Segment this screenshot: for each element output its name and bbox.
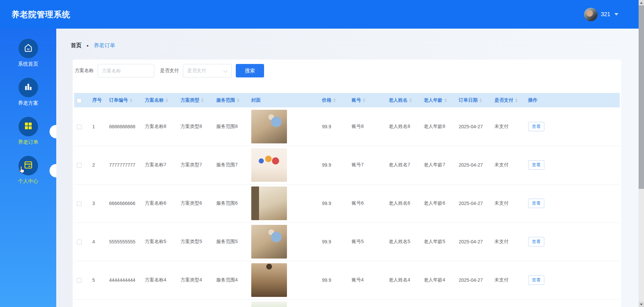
scrollbar-down-button[interactable]	[639, 302, 644, 307]
cell-price: 99.9	[319, 107, 349, 146]
table-row: 27777777777方案名称7方案类型7服务范围799.9账号7老人姓名7老人…	[74, 146, 620, 184]
cell-order_no: 8888888888	[106, 107, 142, 146]
avatar[interactable]	[584, 8, 598, 21]
chevron-down-icon[interactable]	[614, 13, 618, 15]
scrollbar-thumb[interactable]	[639, 5, 644, 189]
sort-carets-icon[interactable]	[333, 98, 336, 102]
column-header-elder_age[interactable]: 老人年龄	[421, 93, 456, 107]
cell-order_date: 2025-04-27	[456, 146, 492, 184]
table-row: 18888888888方案名称8方案类型8服务范围899.9账号8老人姓名8老人…	[74, 107, 620, 146]
cell-account: 账号5	[349, 223, 386, 261]
user-menu[interactable]: 321	[584, 0, 618, 29]
cell-index: 4	[90, 223, 106, 261]
sidebar: 系统首页 养老方案	[0, 29, 56, 307]
breadcrumb-current[interactable]: 养老订单	[94, 42, 115, 49]
cover-image	[251, 110, 287, 143]
cell-cover	[249, 184, 319, 223]
cell-account: 账号8	[349, 107, 386, 146]
column-header-pay_status[interactable]: 是否支付	[492, 93, 525, 107]
column-header-order_date[interactable]: 订单日期	[456, 93, 492, 107]
column-header-price[interactable]: 价格	[319, 93, 349, 107]
sort-carets-icon[interactable]	[130, 98, 132, 102]
view-button[interactable]: 查看	[528, 122, 544, 131]
view-button[interactable]: 查看	[528, 199, 544, 208]
cell-price: 99.9	[319, 146, 349, 184]
cell-cover	[249, 261, 319, 299]
column-header-account[interactable]: 账号	[349, 93, 386, 107]
pay-status-label: 是否支付	[160, 68, 179, 74]
cell-checkbox	[74, 261, 90, 299]
cell-price: 99.9	[319, 223, 349, 261]
cell-index	[90, 299, 106, 307]
cover-image	[251, 263, 287, 297]
sidebar-item-plans[interactable]: 养老方案	[0, 78, 56, 117]
main-content: 首页 ● 养老订单 方案名称 是否支付 是否支付 搜索	[56, 29, 639, 307]
sort-carets-icon[interactable]	[237, 98, 239, 102]
view-button[interactable]: 查看	[528, 237, 544, 246]
cell-elder_age: 老人年龄7	[421, 146, 456, 184]
cell-order_date: 2025-04-27	[456, 261, 492, 299]
sidebar-item-profile[interactable]: 个人中心	[0, 156, 56, 195]
row-checkbox[interactable]	[77, 240, 82, 244]
plan-name-input[interactable]	[98, 64, 154, 77]
scrollbar-up-button[interactable]	[639, 0, 644, 5]
cell-elder_age: 老人年龄6	[421, 184, 456, 223]
table-row-partial	[74, 299, 620, 307]
cell-pay_status: 未支付	[492, 107, 525, 146]
cell-action: 查看	[525, 146, 620, 184]
cell-service_scope: 服务范围8	[214, 107, 249, 146]
cell-price: 99.9	[319, 261, 349, 299]
cell-order_no	[106, 299, 142, 307]
cell-elder_name: 老人姓名5	[386, 223, 421, 261]
window-scrollbar[interactable]	[639, 0, 644, 307]
sort-carets-icon[interactable]	[444, 98, 447, 102]
row-checkbox[interactable]	[77, 278, 82, 283]
select-all-checkbox[interactable]	[77, 98, 82, 103]
cell-elder_name: 老人姓名6	[386, 184, 421, 223]
sort-carets-icon[interactable]	[363, 98, 365, 102]
cell-elder_age: 老人年龄5	[421, 223, 456, 261]
column-header-index: 序号	[90, 93, 106, 107]
sidebar-item-home[interactable]: 系统首页	[0, 39, 56, 78]
column-header-order_no[interactable]: 订单编号	[106, 93, 142, 107]
pay-status-select[interactable]: 是否支付	[183, 64, 232, 77]
cell-pay_status: 未支付	[492, 184, 525, 223]
column-header-service_scope[interactable]: 服务范围	[214, 93, 249, 107]
cell-cover	[249, 299, 319, 307]
cell-elder_age	[421, 299, 456, 307]
breadcrumb-home[interactable]: 首页	[71, 42, 82, 49]
triangle-up-icon	[640, 2, 643, 4]
row-checkbox[interactable]	[77, 201, 82, 206]
cell-order_no: 7777777777	[106, 146, 142, 184]
cover-image	[251, 186, 287, 220]
column-header-plan_type[interactable]: 方案类型	[178, 93, 214, 107]
cell-action: 查看	[525, 107, 620, 146]
cell-plan_type: 方案类型6	[178, 184, 214, 223]
cell-elder_name: 老人姓名7	[386, 146, 421, 184]
column-label: 价格	[322, 97, 331, 103]
column-header-plan_name[interactable]: 方案名称	[142, 93, 178, 107]
row-checkbox[interactable]	[77, 163, 82, 168]
breadcrumb-separator: ●	[87, 44, 89, 47]
sort-carets-icon[interactable]	[409, 98, 412, 102]
triangle-down-icon	[640, 304, 643, 305]
sort-carets-icon[interactable]	[201, 98, 204, 102]
view-button[interactable]: 查看	[528, 160, 544, 170]
search-button[interactable]: 搜索	[236, 64, 264, 77]
cell-checkbox	[74, 107, 90, 146]
cell-action: 查看	[525, 223, 620, 261]
column-label: 老人姓名	[389, 97, 408, 103]
cell-plan_type	[178, 299, 214, 307]
sort-carets-icon[interactable]	[515, 98, 518, 102]
view-button[interactable]: 查看	[528, 275, 544, 285]
cell-plan_name: 方案名称5	[142, 223, 178, 261]
column-header-elder_name[interactable]: 老人姓名	[386, 93, 421, 107]
cell-cover	[249, 223, 319, 261]
sidebar-item-orders[interactable]: 养老订单	[0, 117, 56, 156]
sort-carets-icon[interactable]	[479, 98, 482, 102]
cell-elder_age: 老人年龄4	[421, 261, 456, 299]
row-checkbox[interactable]	[77, 125, 82, 129]
cell-service_scope: 服务范围4	[214, 261, 249, 299]
column-label: 方案类型	[181, 97, 199, 103]
sort-carets-icon[interactable]	[165, 98, 168, 102]
